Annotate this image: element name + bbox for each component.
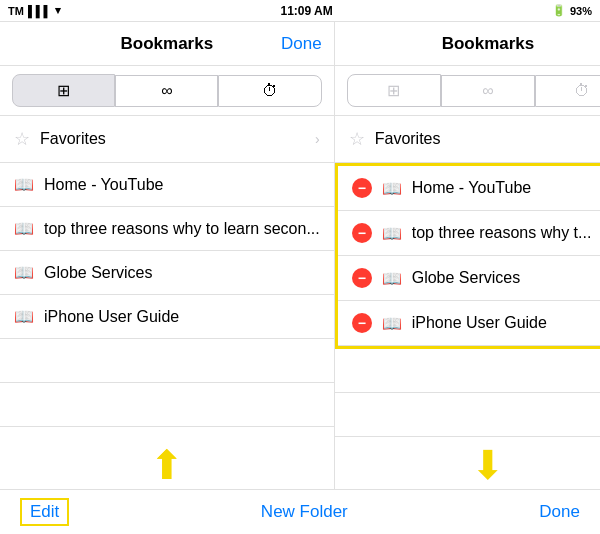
left-favorites-item[interactable]: ☆ Favorites › — [0, 116, 334, 163]
right-bookmarks-tab-icon: ⊞ — [387, 81, 400, 100]
wifi-icon: ▾ — [55, 4, 61, 17]
right-favorites-star-icon: ☆ — [349, 128, 365, 150]
right-bookmark-list: ☆ Favorites − 📖 Home - YouTube › ≡ − 📖 t… — [335, 116, 600, 437]
right-book-icon-4: 📖 — [382, 314, 402, 333]
right-empty-rows — [335, 349, 600, 437]
left-iphone-guide-item[interactable]: 📖 iPhone User Guide — [0, 295, 334, 339]
right-top-three-item[interactable]: − 📖 top three reasons why t... › ≡ — [338, 211, 600, 256]
favorites-star-icon: ☆ — [14, 128, 30, 150]
right-top-three-label: top three reasons why t... — [412, 224, 592, 242]
favorites-chevron-icon: › — [315, 131, 320, 147]
right-iphone-guide-label: iPhone User Guide — [412, 314, 600, 332]
right-empty-row-2 — [335, 393, 600, 437]
right-panel: Bookmarks ⊞ ∞ ⏱ ☆ Favorites − — [335, 22, 600, 489]
left-segment-bar: ⊞ ∞ ⏱ — [0, 66, 334, 116]
bookmark-book-icon-2: 📖 — [14, 219, 34, 238]
left-favorites-label: Favorites — [40, 130, 305, 148]
bookmarks-tab-icon: ⊞ — [57, 81, 70, 100]
left-home-youtube-item[interactable]: 📖 Home - YouTube — [0, 163, 334, 207]
empty-row-3 — [0, 427, 334, 437]
right-home-youtube-item[interactable]: − 📖 Home - YouTube › ≡ — [338, 166, 600, 211]
segment-reading-list[interactable]: ∞ — [115, 75, 218, 107]
left-top-three-item[interactable]: 📖 top three reasons why to learn secon..… — [0, 207, 334, 251]
left-iphone-guide-label: iPhone User Guide — [44, 308, 320, 326]
battery-icon-left: 🔋 — [552, 4, 566, 17]
right-segment-history[interactable]: ⏱ — [535, 75, 600, 107]
history-tab-icon: ⏱ — [262, 82, 278, 100]
battery-pct-left: 93% — [570, 5, 592, 17]
status-right-left: 🔋 93% — [552, 4, 592, 17]
remove-home-youtube-btn[interactable]: − — [352, 178, 372, 198]
left-home-youtube-label: Home - YouTube — [44, 176, 320, 194]
remove-globe-services-btn[interactable]: − — [352, 268, 372, 288]
right-book-icon-3: 📖 — [382, 269, 402, 288]
remove-top-three-btn[interactable]: − — [352, 223, 372, 243]
left-empty-rows — [0, 339, 334, 437]
edit-button[interactable]: Edit — [20, 498, 69, 526]
reading-list-tab-icon: ∞ — [161, 82, 172, 100]
empty-row-2 — [0, 383, 334, 427]
right-arrow-area: ⬇ — [335, 437, 600, 489]
segment-history[interactable]: ⏱ — [218, 75, 321, 107]
right-segment-bookmarks[interactable]: ⊞ — [347, 74, 441, 107]
status-left: TM ▌▌▌ ▾ — [8, 4, 61, 17]
bookmark-book-icon-4: 📖 — [14, 307, 34, 326]
right-empty-row-1 — [335, 349, 600, 393]
new-folder-button[interactable]: New Folder — [261, 502, 348, 522]
right-favorites-item[interactable]: ☆ Favorites — [335, 116, 600, 163]
bookmark-book-icon-1: 📖 — [14, 175, 34, 194]
right-iphone-guide-item[interactable]: − 📖 iPhone User Guide ≡ — [338, 301, 600, 346]
right-globe-services-label: Globe Services — [412, 269, 600, 287]
down-arrow-icon: ⬇ — [471, 445, 505, 485]
left-arrow-area: ⬆ — [0, 437, 334, 489]
right-highlight-box: − 📖 Home - YouTube › ≡ − 📖 top three rea… — [335, 163, 600, 349]
right-history-tab-icon: ⏱ — [574, 82, 590, 100]
right-favorites-label: Favorites — [375, 130, 600, 148]
right-panel-title: Bookmarks — [442, 34, 535, 54]
left-bookmark-list: ☆ Favorites › 📖 Home - YouTube 📖 top thr… — [0, 116, 334, 437]
right-book-icon-1: 📖 — [382, 179, 402, 198]
carrier-left: TM — [8, 5, 24, 17]
toolbar-done-button[interactable]: Done — [539, 502, 580, 522]
left-done-button[interactable]: Done — [281, 34, 322, 54]
right-segment-reading-list[interactable]: ∞ — [441, 75, 535, 107]
left-globe-services-label: Globe Services — [44, 264, 320, 282]
right-segment-bar: ⊞ ∞ ⏱ — [335, 66, 600, 116]
segment-bookmarks[interactable]: ⊞ — [12, 74, 115, 107]
status-bar: TM ▌▌▌ ▾ 11:09 AM 🔋 93% — [0, 0, 600, 22]
right-book-icon-2: 📖 — [382, 224, 402, 243]
signal-icon: ▌▌▌ — [28, 5, 51, 17]
right-home-youtube-label: Home - YouTube — [412, 179, 592, 197]
bottom-toolbar: Edit New Folder Done — [0, 489, 600, 534]
left-panel-header: Bookmarks Done — [0, 22, 334, 66]
up-arrow-icon: ⬆ — [150, 445, 184, 485]
right-globe-services-item[interactable]: − 📖 Globe Services ≡ — [338, 256, 600, 301]
right-panel-header: Bookmarks — [335, 22, 600, 66]
time-left: 11:09 AM — [281, 4, 333, 18]
remove-iphone-guide-btn[interactable]: − — [352, 313, 372, 333]
left-globe-services-item[interactable]: 📖 Globe Services — [0, 251, 334, 295]
left-top-three-label: top three reasons why to learn secon... — [44, 220, 320, 238]
bookmark-book-icon-3: 📖 — [14, 263, 34, 282]
left-panel: Bookmarks Done ⊞ ∞ ⏱ ☆ Favorites › 📖 — [0, 22, 335, 489]
panels-container: Bookmarks Done ⊞ ∞ ⏱ ☆ Favorites › 📖 — [0, 22, 600, 489]
left-panel-title: Bookmarks — [121, 34, 214, 54]
empty-row-1 — [0, 339, 334, 383]
right-reading-list-tab-icon: ∞ — [482, 82, 493, 100]
